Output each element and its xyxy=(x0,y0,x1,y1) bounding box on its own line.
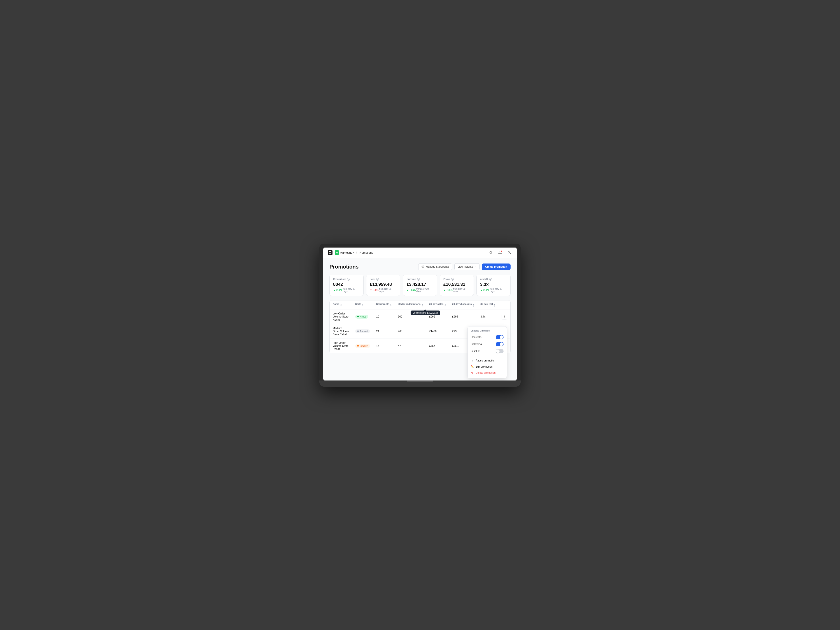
stat-info-icon-4: i xyxy=(489,278,492,280)
stat-change-3: ▲ +1.6% from prev 30 days xyxy=(444,288,470,293)
view-insights-button[interactable]: View insights → xyxy=(454,263,480,270)
table-header-row: Name▲▼State▲▼Storefronts▲▼30 day redempt… xyxy=(330,301,510,309)
main-content: Promotions Manage Storefronts View insig… xyxy=(323,258,517,381)
cell-storefronts-0: 10 xyxy=(373,309,395,324)
breadcrumb: Promotions xyxy=(359,251,373,254)
cell-redemptions-2: 47 xyxy=(395,339,426,353)
sort-icon-2[interactable]: ▲▼ xyxy=(390,304,392,307)
stat-change-0: ▲ +1.6% from prev 30 days xyxy=(333,288,360,293)
ubereats-toggle[interactable] xyxy=(496,335,504,339)
gear-icon xyxy=(422,265,425,268)
cell-sales-1: £1430 xyxy=(426,324,449,339)
stat-card-4: Avg ROI i 3.3x ▲ +1.6% from prev 30 days xyxy=(477,275,510,296)
sort-icon-1[interactable]: ▲▼ xyxy=(362,304,364,307)
ctx-section-title: Enabled Channels xyxy=(468,329,507,334)
ctx-divider-1 xyxy=(468,356,507,356)
profile-button[interactable] xyxy=(506,249,512,256)
row-actions-0: ⋮ xyxy=(502,314,507,320)
nav-separator: / xyxy=(356,251,357,254)
sort-icon-3[interactable]: ▲▼ xyxy=(421,304,423,307)
user-icon xyxy=(507,250,511,255)
nav-marketing-link[interactable]: M Marketing ▾ xyxy=(335,250,354,255)
cell-name-2: High Order Volume Store Rehab xyxy=(330,339,352,353)
stat-label-1: Sales i xyxy=(370,278,396,280)
notification-badge xyxy=(501,250,502,252)
cell-redemptions-1: 768 xyxy=(395,324,426,339)
stat-value-3: £10,531.31 xyxy=(444,282,470,287)
stat-card-2: Discounts i £3,428.17 ▲ +1.6% from prev … xyxy=(403,275,437,296)
stat-label-3: Payout i xyxy=(444,278,470,280)
stat-value-0: 8042 xyxy=(333,282,360,287)
state-badge-2: Inactive xyxy=(355,344,370,348)
nav-app-name: Marketing xyxy=(340,251,352,254)
deliveroo-toggle[interactable] xyxy=(496,342,504,346)
ctx-toggle-deliveroo: Deliveroo xyxy=(468,341,507,348)
justeat-label: Just Eat xyxy=(471,350,480,353)
stats-grid: Redemptions i 8042 ▲ +1.6% from prev 30 … xyxy=(330,275,510,296)
manage-storefronts-button[interactable]: Manage Storefronts xyxy=(418,263,452,270)
delete-icon: 🗑 xyxy=(471,371,474,374)
cell-state-1: Paused xyxy=(352,324,373,339)
delete-promotion-label: Delete promotion xyxy=(475,371,496,374)
create-promotion-label: Create promotion xyxy=(485,265,507,268)
notifications-button[interactable] xyxy=(497,249,503,256)
cell-storefronts-2: 16 xyxy=(373,339,395,353)
cell-state-0: Active xyxy=(352,309,373,324)
edit-promotion-item[interactable]: ✏️ Edit promotion xyxy=(468,364,507,370)
cell-sales-2: £767 xyxy=(426,339,449,353)
cell-storefronts-1: 24 xyxy=(373,324,395,339)
cell-actions-0: ⋮ xyxy=(499,309,510,324)
stat-change-2: ▲ +1.6% from prev 30 days xyxy=(407,288,433,293)
cell-name-0: Low Order Volume Store Rehab xyxy=(330,309,352,324)
marketing-icon: M xyxy=(335,250,339,255)
sort-icon-0[interactable]: ▲▼ xyxy=(340,304,342,307)
navbar: M Marketing ▾ / Promotions xyxy=(323,247,517,258)
stat-label-4: Avg ROI i xyxy=(480,278,507,280)
ctx-toggle-ubereats: Ubereats xyxy=(468,334,507,341)
stat-label-0: Redemptions i xyxy=(333,278,360,280)
pause-promotion-label: Pause promotion xyxy=(475,359,496,362)
pause-promotion-item[interactable]: ⏸ Pause promotion xyxy=(468,358,507,364)
page-header: Promotions Manage Storefronts View insig… xyxy=(330,263,510,270)
stat-value-4: 3.3x xyxy=(480,282,507,287)
stat-info-icon-2: i xyxy=(417,278,420,280)
stat-value-1: £13,959.48 xyxy=(370,282,396,287)
table-container: Ending on the 17/02/2023 Name▲▼State▲▼St… xyxy=(330,300,510,353)
ctx-toggle-justeat: Just Eat xyxy=(468,348,507,355)
stat-label-2: Discounts i xyxy=(407,278,433,280)
cell-discounts-0: £965 xyxy=(449,309,477,324)
justeat-toggle[interactable] xyxy=(496,349,504,353)
cell-state-2: Inactive xyxy=(352,339,373,353)
search-button[interactable] xyxy=(488,249,494,256)
edit-promotion-label: Edit promotion xyxy=(475,365,493,368)
view-insights-label: View insights → xyxy=(458,265,476,268)
state-badge-1: Paused xyxy=(355,329,370,333)
table-header: Name▲▼State▲▼Storefronts▲▼30 day redempt… xyxy=(330,301,510,309)
badge-dot-1 xyxy=(357,331,359,332)
laptop-screen: M Marketing ▾ / Promotions xyxy=(323,247,517,381)
stat-card-1: Sales i £13,959.48 ▼ -1.6% from prev 30 … xyxy=(366,275,400,296)
page-title: Promotions xyxy=(330,264,358,270)
stat-value-2: £3,428.17 xyxy=(407,282,433,287)
delete-promotion-item[interactable]: 🗑 Delete promotion xyxy=(468,370,507,376)
cell-name-1: Medium Order Volume Store Rehab xyxy=(330,324,352,339)
create-promotion-button[interactable]: Create promotion xyxy=(482,263,510,270)
laptop-frame: M Marketing ▾ / Promotions xyxy=(319,244,521,387)
pause-icon: ⏸ xyxy=(471,359,474,362)
stat-info-icon-0: i xyxy=(347,278,350,280)
search-icon xyxy=(489,250,493,255)
header-actions: Manage Storefronts View insights → Creat… xyxy=(418,263,510,270)
chevron-down-icon: ▾ xyxy=(353,252,354,254)
stat-info-icon-3: i xyxy=(451,278,454,280)
sort-icon-6[interactable]: ▲▼ xyxy=(494,304,496,307)
manage-storefronts-label: Manage Storefronts xyxy=(426,265,448,268)
sort-icon-5[interactable]: ▲▼ xyxy=(472,304,474,307)
badge-dot-2 xyxy=(357,345,359,346)
sort-icon-4[interactable]: ▲▼ xyxy=(444,304,446,307)
row-menu-button-0[interactable]: ⋮ xyxy=(502,314,507,320)
laptop-base xyxy=(319,381,521,387)
nav-actions xyxy=(488,249,512,256)
stat-info-icon-1: i xyxy=(376,278,379,280)
stat-card-3: Payout i £10,531.31 ▲ +1.6% from prev 30… xyxy=(440,275,474,296)
deliveroo-label: Deliveroo xyxy=(471,343,482,346)
